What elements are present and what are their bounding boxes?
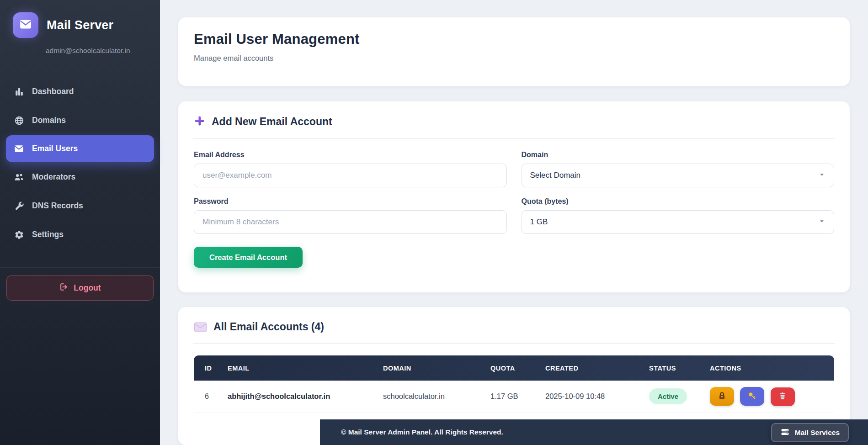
sidebar-item-label: Moderators <box>32 172 75 182</box>
create-email-account-button[interactable]: Create Email Account <box>194 247 303 268</box>
wrench-icon <box>14 201 24 211</box>
mail-services-button[interactable]: Mail Services <box>771 423 849 442</box>
accounts-title: All Email Accounts (4) <box>213 321 324 333</box>
sidebar-item-email-users[interactable]: Email Users <box>6 135 154 162</box>
globe-icon <box>14 115 24 126</box>
sidebar-item-label: Settings <box>32 230 64 239</box>
col-header-email: EMAIL <box>226 355 381 381</box>
main-content: Email User Management Manage email accou… <box>160 0 868 445</box>
col-header-status: STATUS <box>647 355 708 381</box>
col-header-quota: QUOTA <box>489 355 543 381</box>
col-header-created: CREATED <box>543 355 647 381</box>
quota-label: Quota (bytes) <box>522 197 835 206</box>
copyright-text: © Mail Server Admin Panel. All Rights Re… <box>341 428 503 436</box>
account-status-cell: Active <box>647 381 708 413</box>
lock-account-button[interactable] <box>710 387 734 406</box>
add-account-form: Email Address Domain Select Domain Passw… <box>194 151 834 234</box>
envelope-icon <box>14 143 24 154</box>
chevron-down-icon <box>818 171 825 180</box>
sidebar-item-dns-records[interactable]: DNS Records <box>0 191 160 220</box>
add-account-title: Add New Email Account <box>212 116 332 128</box>
change-password-button[interactable] <box>740 387 764 406</box>
admin-email: admin@schoolcalculator.in <box>13 47 147 55</box>
account-id: 6 <box>194 381 226 413</box>
app-title: Mail Server <box>47 18 113 32</box>
col-header-actions: ACTIONS <box>708 355 834 381</box>
quota-field-group: Quota (bytes) 1 GB <box>522 197 835 234</box>
sidebar-item-label: Email Users <box>32 144 78 154</box>
sidebar-item-moderators[interactable]: Moderators <box>0 163 160 191</box>
col-header-domain: DOMAIN <box>381 355 489 381</box>
email-label: Email Address <box>194 151 507 159</box>
page-header-card: Email User Management Manage email accou… <box>178 17 850 86</box>
sidebar-item-dashboard[interactable]: Dashboard <box>0 77 160 106</box>
email-input[interactable] <box>194 164 507 187</box>
status-badge: Active <box>649 388 687 404</box>
logout-button[interactable]: Logout <box>6 275 154 301</box>
chevron-down-icon <box>818 217 825 227</box>
password-input[interactable] <box>194 210 507 234</box>
account-created: 2025-10-09 10:48 <box>543 381 647 413</box>
sidebar-item-domains[interactable]: Domains <box>0 106 160 135</box>
trash-icon <box>778 392 787 402</box>
sidebar-item-label: Domains <box>32 116 66 125</box>
delete-account-button[interactable] <box>771 387 795 406</box>
account-actions <box>708 381 834 413</box>
logout-section: Logout <box>0 267 160 308</box>
table-header-row: ID EMAIL DOMAIN QUOTA CREATED STATUS ACT… <box>194 355 834 381</box>
bar-chart-icon <box>14 86 24 97</box>
logout-label: Logout <box>74 283 101 293</box>
domain-select[interactable]: Select Domain <box>522 164 835 187</box>
app-logo <box>13 12 38 38</box>
sidebar: Mail Server admin@schoolcalculator.in Da… <box>0 0 160 445</box>
table-row: 6 abhijith@schoolcalculator.in schoolcal… <box>194 381 834 413</box>
password-field-group: Password <box>194 197 507 234</box>
domain-field-group: Domain Select Domain <box>522 151 835 187</box>
lock-icon <box>718 392 726 402</box>
account-email: abhijith@schoolcalculator.in <box>226 381 381 413</box>
sidebar-nav: Dashboard Domains Email Users Moderators… <box>0 66 160 249</box>
col-header-id: ID <box>194 355 226 381</box>
domain-label: Domain <box>522 151 835 159</box>
sidebar-header: Mail Server admin@schoolcalculator.in <box>0 0 160 66</box>
domain-select-value: Select Domain <box>530 171 581 180</box>
gear-icon <box>14 229 24 240</box>
key-icon <box>748 392 756 402</box>
account-quota: 1.17 GB <box>489 381 543 413</box>
account-domain: schoolcalculator.in <box>381 381 489 413</box>
quota-select[interactable]: 1 GB <box>522 210 835 234</box>
divider <box>193 343 835 344</box>
plus-icon <box>194 115 205 128</box>
sidebar-item-label: DNS Records <box>32 201 83 211</box>
sidebar-item-settings[interactable]: Settings <box>0 220 160 249</box>
password-label: Password <box>194 197 507 206</box>
email-field-group: Email Address <box>194 151 507 187</box>
accounts-table: ID EMAIL DOMAIN QUOTA CREATED STATUS ACT… <box>194 355 834 413</box>
add-account-card: Add New Email Account Email Address Doma… <box>178 101 850 292</box>
mail-logo-icon <box>19 17 32 33</box>
page-subtitle: Manage email accounts <box>194 54 834 63</box>
mail-services-label: Mail Services <box>795 429 840 437</box>
envelope-section-icon <box>194 322 207 332</box>
page-title: Email User Management <box>194 31 834 48</box>
quota-select-value: 1 GB <box>530 217 548 227</box>
logout-icon <box>59 282 68 294</box>
divider <box>193 138 835 139</box>
users-icon <box>14 172 24 182</box>
sidebar-item-label: Dashboard <box>32 87 74 96</box>
server-icon <box>780 427 790 439</box>
